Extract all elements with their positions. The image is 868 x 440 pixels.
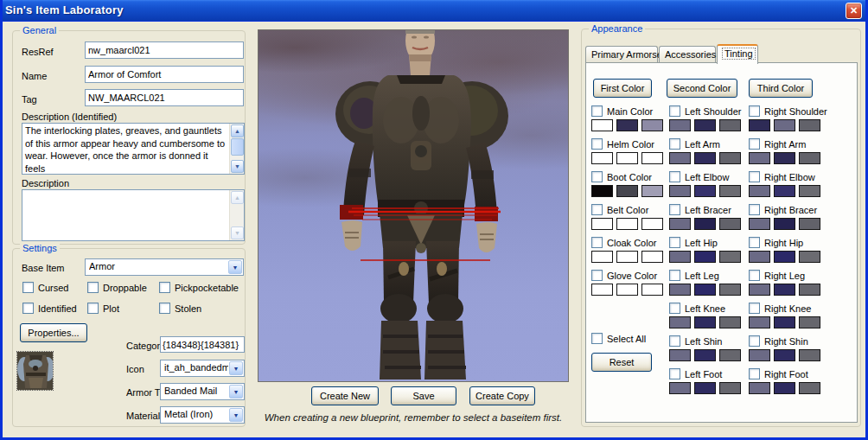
tint-checkbox[interactable]: Right Elbow (749, 170, 827, 183)
chevron-down-icon[interactable]: ▼ (229, 408, 243, 422)
description-identified-textarea[interactable]: The interlocking plates, greaves, and ga… (22, 123, 245, 175)
tint-swatch[interactable] (669, 152, 691, 164)
tint-swatch[interactable] (749, 119, 770, 131)
checkbox-icon[interactable] (591, 270, 603, 281)
tint-checkbox[interactable]: Right Shin (749, 335, 827, 348)
tint-swatch[interactable] (591, 119, 613, 131)
tint-swatch[interactable] (799, 251, 820, 263)
description-identified-scrollbar[interactable]: ▲ ▼ (229, 124, 244, 174)
tint-swatch[interactable] (616, 185, 638, 197)
tint-swatch[interactable] (669, 218, 691, 230)
tint-swatch[interactable] (694, 152, 716, 164)
tint-swatch[interactable] (641, 251, 663, 263)
tint-checkbox[interactable]: Right Arm (749, 137, 827, 150)
tint-swatch[interactable] (641, 284, 663, 296)
chevron-down-icon[interactable]: ▼ (229, 361, 243, 375)
tint-swatch[interactable] (694, 349, 716, 361)
tint-swatch[interactable] (799, 349, 820, 361)
tint-swatch[interactable] (749, 382, 770, 394)
tint-swatch[interactable] (719, 349, 741, 361)
tint-checkbox[interactable]: Right Knee (749, 302, 827, 315)
tint-swatch[interactable] (694, 251, 716, 263)
tint-swatch[interactable] (591, 218, 613, 230)
tint-checkbox[interactable]: Right Shoulder (749, 105, 827, 118)
tint-swatch[interactable] (799, 218, 820, 230)
tint-checkbox[interactable]: Helm Color (591, 137, 663, 150)
tint-checkbox[interactable]: Left Arm (669, 137, 741, 150)
checkbox-icon[interactable] (749, 171, 760, 182)
tint-swatch[interactable] (591, 185, 613, 197)
checkbox-icon[interactable] (669, 237, 680, 248)
tint-swatch[interactable] (694, 185, 716, 197)
tint-swatch[interactable] (774, 119, 795, 131)
base-item-select[interactable]: Armor ▼ (85, 258, 244, 276)
create-new-button[interactable]: Create New (311, 386, 379, 405)
chevron-down-icon[interactable]: ▼ (229, 385, 243, 399)
tint-swatch[interactable] (669, 119, 691, 131)
tint-swatch[interactable] (719, 218, 741, 230)
tint-swatch[interactable] (694, 284, 716, 296)
name-input[interactable] (85, 66, 244, 83)
tint-swatch[interactable] (719, 284, 741, 296)
tint-swatch[interactable] (774, 185, 795, 197)
checkbox-icon[interactable] (591, 333, 603, 344)
tint-swatch[interactable] (799, 382, 820, 394)
identified-checkbox[interactable]: Identified (22, 303, 77, 314)
checkbox-icon[interactable] (669, 171, 680, 182)
checkbox-icon[interactable] (159, 282, 170, 293)
material-select[interactable]: Metal (Iron) ▼ (160, 406, 245, 424)
tint-swatch[interactable] (774, 316, 795, 328)
plot-checkbox[interactable]: Plot (87, 303, 119, 314)
tint-swatch[interactable] (719, 251, 741, 263)
checkbox-icon[interactable] (591, 138, 603, 150)
stolen-checkbox[interactable]: Stolen (159, 303, 201, 314)
tint-swatch[interactable] (669, 316, 691, 328)
scroll-down-icon[interactable]: ▼ (231, 226, 244, 239)
tint-checkbox[interactable]: Left Knee (669, 302, 741, 315)
tint-swatch[interactable] (641, 218, 663, 230)
close-icon[interactable]: ✕ (846, 3, 862, 19)
tint-checkbox[interactable]: Cloak Color (591, 236, 663, 249)
first-color-button[interactable]: First Color (593, 79, 652, 98)
tint-swatch[interactable] (669, 251, 691, 263)
tint-swatch[interactable] (774, 284, 795, 296)
tint-swatch[interactable] (669, 349, 691, 361)
checkbox-icon[interactable] (749, 368, 760, 379)
tint-checkbox[interactable]: Right Leg (749, 269, 827, 282)
tint-swatch[interactable] (669, 284, 691, 296)
checkbox-icon[interactable] (669, 335, 680, 347)
cursed-checkbox[interactable]: Cursed (22, 282, 68, 293)
tag-input[interactable] (85, 89, 244, 106)
tint-checkbox[interactable]: Left Leg (669, 269, 741, 282)
tint-checkbox[interactable]: Left Bracer (669, 203, 741, 216)
resref-input[interactable] (85, 41, 244, 59)
tint-swatch[interactable] (774, 152, 795, 164)
pickpocketable-checkbox[interactable]: Pickpocketable (159, 282, 239, 293)
tint-swatch[interactable] (641, 152, 663, 164)
tint-checkbox[interactable]: Right Hip (749, 236, 827, 249)
tint-swatch[interactable] (749, 218, 770, 230)
tint-swatch[interactable] (719, 152, 741, 164)
tint-swatch[interactable] (799, 119, 820, 131)
tab-accessories[interactable]: Accessories (659, 46, 716, 63)
scroll-up-icon[interactable]: ▲ (231, 191, 244, 204)
checkbox-icon[interactable] (591, 171, 603, 182)
checkbox-icon[interactable] (749, 105, 760, 117)
checkbox-icon[interactable] (669, 270, 680, 281)
tint-checkbox[interactable]: Left Elbow (669, 170, 741, 183)
checkbox-icon[interactable] (669, 105, 680, 117)
tint-swatch[interactable] (749, 284, 770, 296)
tint-swatch[interactable] (774, 218, 795, 230)
checkbox-icon[interactable] (749, 335, 760, 347)
checkbox-icon[interactable] (749, 237, 760, 248)
description-textarea[interactable]: ▲ ▼ (22, 189, 245, 241)
tint-swatch[interactable] (799, 185, 820, 197)
tint-swatch[interactable] (749, 185, 770, 197)
titlebar[interactable]: Sin's Item Laboratory ✕ (0, 0, 868, 22)
tint-swatch[interactable] (799, 152, 820, 164)
scroll-down-icon[interactable]: ▼ (231, 160, 244, 173)
tint-swatch[interactable] (799, 284, 820, 296)
checkbox-icon[interactable] (749, 138, 760, 150)
checkbox-icon[interactable] (591, 105, 603, 117)
description-scrollbar[interactable]: ▲ ▼ (229, 190, 244, 240)
